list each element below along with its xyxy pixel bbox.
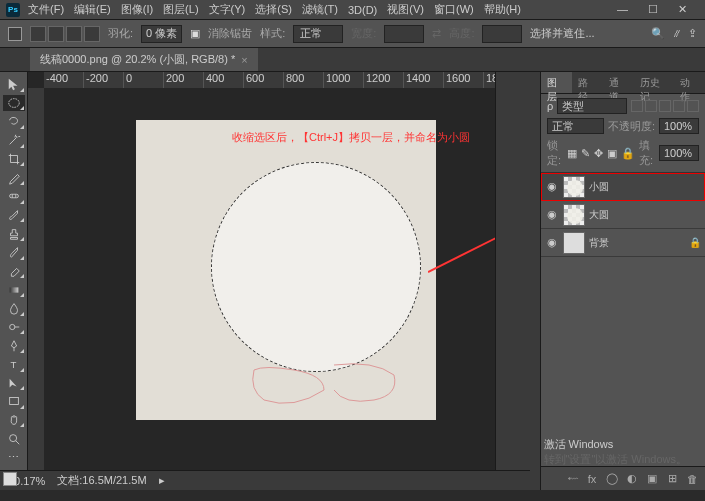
blend-mode-dropdown[interactable]: 正常: [547, 118, 604, 134]
minimize-icon[interactable]: —: [617, 3, 628, 16]
select-mask-button[interactable]: 选择并遮住...: [530, 26, 594, 41]
blur-tool[interactable]: [3, 300, 25, 317]
layer-name[interactable]: 大圆: [589, 208, 701, 222]
lock-pixels-icon[interactable]: ▦: [567, 147, 577, 160]
marquee-tool[interactable]: [3, 95, 25, 112]
mask-icon[interactable]: ◯: [605, 472, 619, 486]
svg-line-7: [428, 207, 495, 272]
sort-icon[interactable]: ⫽: [671, 27, 682, 40]
selection-add-icon[interactable]: [48, 26, 64, 42]
fill-input[interactable]: 100%: [659, 145, 699, 161]
lock-position-icon[interactable]: ✥: [594, 147, 603, 160]
visibility-icon[interactable]: ◉: [545, 208, 559, 221]
zoom-tool[interactable]: [3, 430, 25, 447]
lock-all-icon[interactable]: 🔒: [621, 147, 635, 160]
document-tab[interactable]: 线稿0000.png @ 20.2% (小圆, RGB/8) * ×: [30, 48, 258, 71]
lock-artboard-icon[interactable]: ▣: [607, 147, 617, 160]
layer-thumbnail[interactable]: [563, 204, 585, 226]
layer-thumbnail[interactable]: [563, 232, 585, 254]
menu-file[interactable]: 文件(F): [28, 2, 64, 17]
maximize-icon[interactable]: ☐: [648, 3, 658, 16]
selection-intersect-icon[interactable]: [84, 26, 100, 42]
document-tabs: 线稿0000.png @ 20.2% (小圆, RGB/8) * ×: [0, 48, 705, 72]
menu-window[interactable]: 窗口(W): [434, 2, 474, 17]
eyedropper-tool[interactable]: [3, 169, 25, 186]
selection-new-icon[interactable]: [30, 26, 46, 42]
tab-title: 线稿0000.png @ 20.2% (小圆, RGB/8) *: [40, 52, 235, 67]
layer-thumbnail[interactable]: [563, 176, 585, 198]
lock-paint-icon[interactable]: ✎: [581, 147, 590, 160]
tab-channels[interactable]: 通道: [603, 72, 634, 93]
layer-row[interactable]: ◉ 小圆: [541, 173, 705, 201]
lasso-tool[interactable]: [3, 113, 25, 130]
link-icon[interactable]: ⬳: [565, 472, 579, 486]
menu-type[interactable]: 文字(Y): [209, 2, 246, 17]
document-size[interactable]: 文档:16.5M/21.5M: [57, 473, 146, 488]
share-icon[interactable]: ⇪: [688, 27, 697, 40]
canvas-area[interactable]: -400-20002004006008001000120014001600180…: [28, 72, 495, 490]
filter-shape-icon[interactable]: [673, 100, 685, 112]
hand-tool[interactable]: [3, 412, 25, 429]
menu-image[interactable]: 图像(I): [121, 2, 153, 17]
stamp-tool[interactable]: [3, 225, 25, 242]
layers-panel-footer: ⬳ fx ◯ ◐ ▣ ⊞ 🗑: [541, 466, 705, 490]
group-icon[interactable]: ▣: [645, 472, 659, 486]
svg-rect-2: [9, 287, 18, 292]
menu-layer[interactable]: 图层(L): [163, 2, 198, 17]
canvas[interactable]: 收缩选区后，【Ctrl+J】拷贝一层，并命名为小圆: [136, 120, 436, 420]
filter-adjust-icon[interactable]: [645, 100, 657, 112]
filter-smart-icon[interactable]: [687, 100, 699, 112]
tab-close-icon[interactable]: ×: [241, 54, 247, 66]
tab-paths[interactable]: 路径: [572, 72, 603, 93]
path-select-tool[interactable]: [3, 375, 25, 392]
filter-type-dropdown[interactable]: 类型: [557, 98, 627, 114]
tab-layers[interactable]: 图层: [541, 72, 572, 93]
layer-row[interactable]: ◉ 大圆: [541, 201, 705, 229]
collapsed-dock[interactable]: [495, 72, 540, 490]
trash-icon[interactable]: 🗑: [685, 472, 699, 486]
heal-tool[interactable]: [3, 188, 25, 205]
layer-name[interactable]: 小圆: [589, 180, 701, 194]
brush-tool[interactable]: [3, 207, 25, 224]
move-tool[interactable]: [3, 76, 25, 93]
menu-select[interactable]: 选择(S): [255, 2, 292, 17]
tab-history[interactable]: 历史记: [634, 72, 674, 93]
menu-edit[interactable]: 编辑(E): [74, 2, 111, 17]
visibility-icon[interactable]: ◉: [545, 180, 559, 193]
tab-actions[interactable]: 动作: [674, 72, 705, 93]
menu-view[interactable]: 视图(V): [387, 2, 424, 17]
visibility-icon[interactable]: ◉: [545, 236, 559, 249]
annotation-arrow: [428, 202, 495, 282]
shape-tool[interactable]: [3, 393, 25, 410]
layer-row[interactable]: ◉ 背景 🔒: [541, 229, 705, 257]
menu-help[interactable]: 帮助(H): [484, 2, 521, 17]
dodge-tool[interactable]: [3, 319, 25, 336]
style-dropdown[interactable]: 正常: [293, 25, 343, 43]
selection-sub-icon[interactable]: [66, 26, 82, 42]
gradient-tool[interactable]: [3, 281, 25, 298]
search-icon[interactable]: 🔍: [651, 27, 665, 40]
crop-tool[interactable]: [3, 151, 25, 168]
close-icon[interactable]: ✕: [678, 3, 687, 16]
wand-tool[interactable]: [3, 132, 25, 149]
antialias-checkbox[interactable]: 消除锯齿: [208, 26, 252, 41]
history-brush-tool[interactable]: [3, 244, 25, 261]
menu-3d[interactable]: 3D(D): [348, 4, 377, 16]
fx-icon[interactable]: fx: [585, 472, 599, 486]
ruler-horizontal: -400-20002004006008001000120014001600180…: [44, 72, 495, 88]
width-label: 宽度:: [351, 26, 376, 41]
toolbar: T ⋯: [0, 72, 28, 490]
pen-tool[interactable]: [3, 337, 25, 354]
layer-name[interactable]: 背景: [589, 236, 685, 250]
filter-type-icon[interactable]: [659, 100, 671, 112]
new-layer-icon[interactable]: ⊞: [665, 472, 679, 486]
eraser-tool[interactable]: [3, 263, 25, 280]
edit-toolbar[interactable]: ⋯: [3, 449, 25, 466]
adjustment-icon[interactable]: ◐: [625, 472, 639, 486]
feather-input[interactable]: 0 像素: [141, 25, 182, 43]
menu-filter[interactable]: 滤镜(T): [302, 2, 338, 17]
filter-pixel-icon[interactable]: [631, 100, 643, 112]
tool-preset-icon[interactable]: [8, 27, 22, 41]
type-tool[interactable]: T: [3, 356, 25, 373]
opacity-input[interactable]: 100%: [659, 118, 699, 134]
